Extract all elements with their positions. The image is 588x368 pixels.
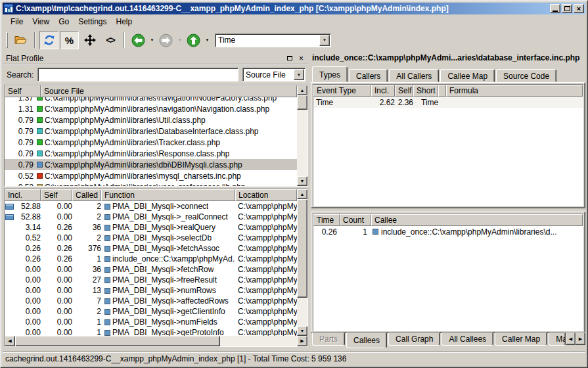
tab-scroll-left-button[interactable]: ◀ (566, 333, 576, 345)
file-list-row[interactable]: 1.31C:\xampp\phpMyAdmin\libraries\naviga… (5, 103, 297, 114)
maximize-button[interactable] (562, 4, 572, 13)
function-table-row[interactable]: 3.140.2636PMA_DBI_Mysqli->realQueryC:\xa… (5, 222, 297, 233)
function-table-column-header[interactable]: Incl. (5, 189, 41, 201)
toolbar-handle[interactable] (6, 32, 8, 48)
scroll-thumb[interactable] (297, 95, 307, 110)
function-table-row[interactable]: 0.000.001PMA_DBI_Mysqli->getProtoInfoC:\… (5, 327, 297, 336)
function-table-column-header[interactable]: Location (235, 189, 297, 201)
tab-call-graph[interactable]: Call Graph (388, 333, 440, 346)
function-table-column-header[interactable]: Function (101, 189, 235, 201)
types-table-column-header[interactable]: Event Type (313, 85, 371, 97)
function-table-row[interactable]: 0.520.002PMA_DBI_Mysqli->selectDbC:\xamp… (5, 233, 297, 243)
up-button[interactable] (184, 31, 203, 49)
scroll-left-button[interactable]: ◀ (5, 336, 15, 346)
types-table-column-header[interactable]: Formula (446, 85, 583, 97)
pan-button[interactable] (80, 31, 99, 49)
types-table-column-header[interactable]: Incl. (371, 85, 395, 97)
minimize-button[interactable] (550, 4, 560, 13)
file-list-row[interactable]: 0.79C:\xampp\phpMyAdmin\libraries\Respon… (5, 148, 297, 159)
function-table-row[interactable]: 0.000.0027PMA_DBI_Mysqli->freeResultC:\x… (5, 275, 297, 285)
function-table-row[interactable]: 0.000.002PMA_DBI_Mysqli->getClientInfoC:… (5, 306, 297, 317)
callees-table-column-header[interactable]: Time (313, 214, 340, 226)
open-file-button[interactable] (11, 31, 30, 49)
scroll-right-button[interactable]: ▶ (297, 336, 307, 346)
combo-dropdown-button[interactable]: ▼ (294, 69, 304, 80)
callees-table-row[interactable]: 0.261include_once::C:\xampp\phpMyAdmin\l… (313, 226, 583, 237)
callees-table-column-header[interactable]: Count (340, 214, 371, 226)
file-list-row[interactable]: 0.79C:\xampp\phpMyAdmin\libraries\Tracke… (5, 137, 297, 148)
horizontal-expand-button[interactable]: <> (101, 31, 120, 49)
tab-source-code[interactable]: Source Code (496, 69, 556, 82)
called-value: 2 (72, 212, 101, 221)
file-list-row[interactable]: 0.52C:\xampp\phpMyAdmin\libraries\user_p… (5, 181, 297, 186)
function-table-row[interactable]: 0.000.001PMA_DBI_Mysqli->numFieldsC:\xam… (5, 317, 297, 327)
function-table-column-header[interactable]: Self (41, 189, 72, 201)
tab-types[interactable]: Types (312, 66, 348, 82)
forward-dropdown-arrow[interactable]: ▼ (176, 31, 183, 49)
group-by-selector[interactable]: Source File ▼ (242, 68, 305, 81)
float-dock-button[interactable] (284, 54, 294, 62)
tab-callers[interactable]: Callers (349, 69, 388, 82)
file-list-vscrollbar[interactable]: ▲ ▼ (297, 85, 307, 186)
types-table-column-header[interactable] (438, 85, 446, 97)
function-table-row[interactable]: 52.880.002PMA_DBI_Mysqli->connectC:\xamp… (5, 201, 297, 212)
event-type-selector[interactable]: Time ▼ (215, 34, 331, 47)
menu-view[interactable]: View (28, 16, 54, 28)
tab-caller-map[interactable]: Caller Map (495, 333, 547, 346)
function-table-row[interactable]: 0.260.26376PMA_DBI_Mysqli->fetchAssocC:\… (5, 243, 297, 254)
file-list-row[interactable]: 1.37C:\xampp\phpMyAdmin\libraries\naviga… (5, 97, 297, 103)
file-list-row[interactable]: 0.79C:\xampp\phpMyAdmin\libraries\dbi\DB… (5, 159, 297, 170)
scroll-up-button[interactable]: ▲ (297, 85, 307, 95)
function-table-row[interactable]: 0.000.007PMA_DBI_Mysqli->affectedRowsC:\… (5, 296, 297, 306)
menu-file[interactable]: File (6, 16, 28, 28)
tab-all-callees[interactable]: All Callees (441, 333, 493, 346)
tab-scroll-buttons: ◀▶ (566, 333, 585, 345)
tab-all-callers[interactable]: All Callers (389, 69, 439, 82)
scroll-thumb[interactable] (15, 336, 220, 346)
function-table-row[interactable]: 52.880.002PMA_DBI_Mysqli->_realConnectC:… (5, 212, 297, 222)
menu-help[interactable]: Help (112, 16, 137, 28)
file-list-row[interactable]: 0.79C:\xampp\phpMyAdmin\libraries\Databa… (5, 126, 297, 137)
function-table-row[interactable]: 0.000.0036PMA_DBI_Mysqli->fetchRowC:\xam… (5, 264, 297, 275)
up-dropdown-arrow[interactable]: ▼ (204, 31, 211, 49)
combo-dropdown-button[interactable]: ▼ (319, 35, 330, 46)
function-table-column-header[interactable]: Called (72, 189, 101, 201)
menu-settings[interactable]: Settings (74, 16, 111, 28)
scroll-track[interactable] (297, 298, 307, 326)
scroll-down-button[interactable]: ▼ (297, 326, 307, 336)
tab-callees[interactable]: Callees (346, 333, 387, 348)
relative-percent-button[interactable]: % (60, 31, 79, 49)
file-list-column-header[interactable]: Self (5, 85, 41, 97)
scroll-down-button[interactable]: ▼ (297, 176, 307, 186)
search-input[interactable] (37, 68, 238, 81)
close-dock-button[interactable]: × (296, 54, 306, 62)
types-table-column-header[interactable]: Short (413, 85, 438, 97)
scroll-track[interactable] (220, 336, 297, 346)
back-button[interactable] (129, 31, 148, 49)
cycle-detection-button[interactable] (39, 31, 58, 49)
close-button[interactable]: × (574, 4, 584, 13)
forward-button[interactable] (156, 31, 175, 49)
tab-callee-map[interactable]: Callee Map (440, 69, 495, 82)
tab-scroll-right-button[interactable]: ▶ (576, 333, 585, 345)
scroll-track[interactable] (297, 110, 307, 176)
function-table-row[interactable]: 0.000.0013PMA_DBI_Mysqli->numRowsC:\xamp… (5, 285, 297, 296)
window-titlebar[interactable]: C:\xampp\tmp\cachegrind.out.1416463299-C… (3, 3, 585, 14)
maximize-icon (564, 6, 570, 11)
types-table-column-header[interactable]: Self (395, 85, 413, 97)
file-list-column-header[interactable]: Source File (41, 85, 297, 97)
function-table-row[interactable]: 0.260.261include_once::C:\xampp\phpMyAd.… (5, 254, 297, 264)
function-table-vscrollbar[interactable]: ▲ ▼ (297, 189, 307, 336)
tab-machine[interactable]: Machine (549, 333, 566, 346)
callees-table-column-header[interactable]: Callee (371, 214, 583, 226)
menu-go[interactable]: Go (54, 16, 74, 28)
file-list-row[interactable]: 0.52C:\xampp\phpMyAdmin\libraries\mysql_… (5, 170, 297, 181)
scroll-up-button[interactable]: ▲ (297, 189, 307, 199)
types-table-row[interactable]: Time2.622.36Time (313, 97, 583, 108)
back-dropdown-arrow[interactable]: ▼ (148, 31, 156, 49)
function-table-hscrollbar[interactable]: ◀ ▶ (5, 336, 307, 346)
dock-titlebar[interactable]: Flat Profile × (3, 53, 309, 64)
file-list-row[interactable]: 0.79C:\xampp\phpMyAdmin\libraries\Util.c… (5, 114, 297, 126)
self-cost-value: 1.31 (5, 104, 34, 114)
scroll-thumb[interactable] (297, 199, 307, 298)
